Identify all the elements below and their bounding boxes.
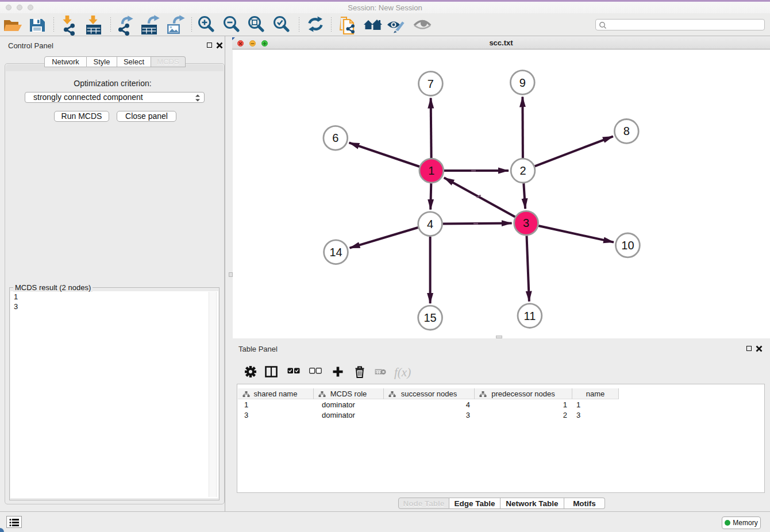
svg-text:10: 10: [621, 239, 634, 252]
svg-text:6: 6: [332, 132, 338, 144]
svg-text:2: 2: [519, 164, 526, 177]
svg-text:4: 4: [427, 218, 433, 230]
svg-text:7: 7: [428, 78, 434, 90]
svg-text:8: 8: [623, 125, 630, 137]
svg-text:11: 11: [524, 310, 536, 322]
svg-text:9: 9: [519, 76, 526, 89]
svg-text:1: 1: [428, 164, 434, 177]
svg-text:3: 3: [523, 217, 529, 229]
svg-text:14: 14: [329, 246, 342, 259]
svg-text:15: 15: [424, 311, 436, 324]
